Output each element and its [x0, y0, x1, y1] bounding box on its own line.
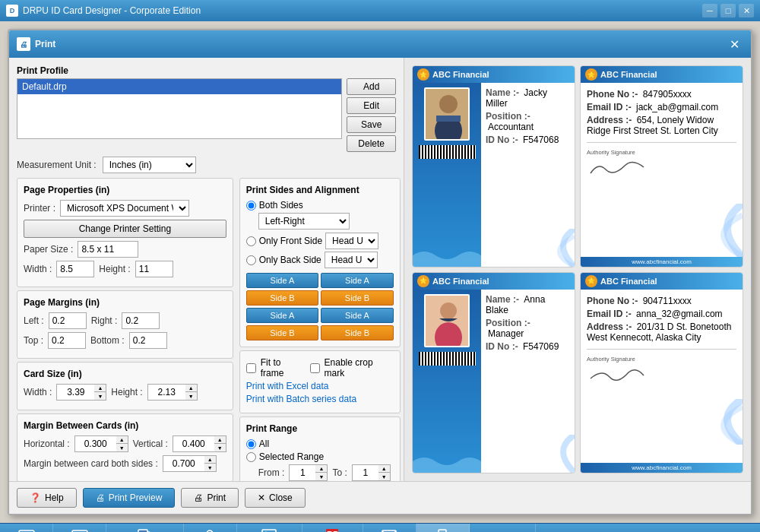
paper-size-input[interactable]: [78, 241, 138, 258]
print-preview-button[interactable]: 🖨 Print Preview: [83, 488, 176, 508]
both-sides-radio[interactable]: [246, 201, 256, 211]
horizontal-margin-input[interactable]: [74, 435, 116, 452]
taskbar-item-export-image[interactable]: Export as Image: [237, 524, 303, 532]
width-input[interactable]: [56, 261, 94, 277]
card2-body: Phone No :- 847905xxxx Email ID :- jack_…: [581, 83, 743, 257]
from-up-button[interactable]: ▲: [315, 464, 328, 473]
printer-select[interactable]: Microsoft XPS Document Wr: [60, 200, 189, 217]
from-input[interactable]: [289, 464, 315, 481]
excel-data-link[interactable]: Print with Excel data: [246, 381, 329, 391]
card1-position-key: Position :-: [486, 111, 530, 122]
front-only-row: Only Front Side Head Up Head Down: [246, 233, 394, 249]
batch-data-row: Print with Batch series data: [246, 394, 394, 404]
right-margin-label: Right :: [91, 315, 118, 326]
selected-range-radio[interactable]: [246, 452, 256, 462]
taskbar-item-card-front[interactable]: Card Front: [0, 524, 53, 532]
side-a-btn-3[interactable]: Side A: [246, 308, 319, 323]
print-button[interactable]: 🖨 Print: [181, 488, 239, 508]
both-sides-down-button[interactable]: ▼: [204, 464, 217, 472]
left-margin-input[interactable]: [49, 312, 87, 329]
edit-profile-button[interactable]: Edit: [347, 97, 396, 114]
vertical-margin-down-button[interactable]: ▼: [214, 444, 226, 452]
save-profile-button[interactable]: Save: [347, 116, 396, 133]
taskbar-item-copy-design[interactable]: Copy current design: [106, 524, 184, 532]
side-a-btn-2[interactable]: Side A: [321, 273, 394, 288]
taskbar-item-export-pdf[interactable]: PDF Export as PDF: [302, 524, 363, 532]
taskbar-item-card-back[interactable]: Card Back: [53, 524, 106, 532]
measurement-select[interactable]: Inches (in) Centimeters (cm) Millimeters…: [103, 157, 196, 173]
back-head-up-select[interactable]: Head Up Head Down: [325, 252, 378, 268]
card-size-title: Card Size (in): [24, 369, 226, 379]
batch-data-link[interactable]: Print with Batch series data: [246, 394, 356, 404]
dialog-title-bar: 🖨 Print ✕: [9, 30, 751, 58]
left-margin-label: Left :: [24, 315, 44, 326]
delete-profile-button[interactable]: Delete: [347, 135, 396, 152]
vertical-margin-spinner[interactable]: ▲ ▼: [173, 435, 226, 452]
horizontal-margin-down-button[interactable]: ▼: [116, 444, 128, 452]
from-down-button[interactable]: ▼: [315, 473, 328, 481]
maximize-button[interactable]: □: [720, 4, 736, 17]
top-margin-input[interactable]: [48, 332, 86, 349]
taskbar-item-card-batch[interactable]: Card Batch Data: [470, 524, 537, 532]
enable-crop-mark-label: Enable crop mark: [325, 357, 394, 378]
to-spinner[interactable]: ▲ ▼: [352, 464, 391, 481]
close-button[interactable]: ✕ Close: [245, 488, 306, 508]
taskbar-item-print-design[interactable]: Print Design: [416, 524, 470, 532]
front-only-radio[interactable]: [246, 236, 256, 246]
taskbar-item-user-profile[interactable]: User Profile: [184, 524, 237, 532]
print-sides-section: Print Sides and Alignment Both Sides Lef…: [239, 178, 401, 347]
card-height-down-button[interactable]: ▼: [185, 392, 198, 401]
both-sides-row: Both Sides: [246, 200, 394, 211]
both-sides-spinner[interactable]: ▲ ▼: [163, 455, 217, 472]
height-input[interactable]: [135, 261, 173, 277]
card-width-down-button[interactable]: ▼: [94, 392, 106, 401]
profile-list[interactable]: Default.drp: [17, 78, 342, 139]
side-b-btn-3[interactable]: Side B: [246, 325, 319, 340]
horizontal-margin-spinner[interactable]: ▲ ▼: [74, 435, 128, 452]
vertical-margin-input[interactable]: [173, 435, 214, 452]
close-button[interactable]: ✕: [739, 4, 754, 17]
svg-point-1: [439, 95, 458, 113]
back-only-radio[interactable]: [246, 255, 256, 265]
to-down-button[interactable]: ▼: [378, 473, 391, 481]
card-height-spinner[interactable]: ▲ ▼: [147, 384, 198, 401]
profile-item-default[interactable]: Default.drp: [17, 79, 341, 94]
horizontal-margin-up-button[interactable]: ▲: [116, 435, 128, 444]
help-button[interactable]: ❓ Help: [17, 488, 77, 508]
minimize-button[interactable]: ─: [702, 4, 717, 17]
right-margin-input[interactable]: [122, 312, 160, 329]
card2-swirl: [689, 204, 743, 257]
side-b-btn-1[interactable]: Side B: [246, 290, 319, 306]
card-width-up-button[interactable]: ▲: [94, 384, 106, 392]
to-input[interactable]: [352, 464, 378, 481]
card-height-input[interactable]: [147, 384, 185, 401]
both-sides-input[interactable]: [163, 455, 204, 472]
side-a-btn-1[interactable]: Side A: [246, 273, 319, 288]
fit-to-frame-checkbox[interactable]: [246, 363, 256, 373]
side-a-btn-4[interactable]: Side A: [321, 308, 394, 323]
card-width-input[interactable]: [56, 384, 94, 401]
both-sides-up-button[interactable]: ▲: [204, 455, 217, 464]
card-height-up-button[interactable]: ▲: [185, 384, 198, 392]
card4-header: ⭐ ABC Financial: [581, 273, 743, 290]
bottom-margin-input[interactable]: [129, 332, 167, 349]
back-only-label: Only Back Side: [259, 255, 321, 265]
to-up-button[interactable]: ▲: [378, 464, 391, 473]
enable-crop-mark-checkbox[interactable]: [310, 363, 320, 373]
close-icon: ✕: [258, 492, 265, 503]
all-range-radio[interactable]: [246, 439, 256, 449]
paper-size-label: Paper Size :: [24, 244, 73, 255]
front-head-up-select[interactable]: Head Up Head Down: [325, 233, 378, 249]
change-printer-button[interactable]: Change Printer Setting: [24, 220, 226, 238]
from-spinner[interactable]: ▲ ▼: [289, 464, 328, 481]
dialog-close-button[interactable]: ✕: [725, 35, 743, 53]
side-b-btn-4[interactable]: Side B: [321, 325, 394, 340]
side-b-btn-2[interactable]: Side B: [321, 290, 394, 306]
taskbar-item-send-mail[interactable]: Send Mail: [363, 524, 416, 532]
card-width-spinner[interactable]: ▲ ▼: [56, 384, 106, 401]
alignment-select[interactable]: Left-Right Top-Bottom: [258, 213, 350, 230]
user-profile-icon: [201, 527, 219, 532]
card1-id-value: F547068: [523, 135, 559, 145]
vertical-margin-up-button[interactable]: ▲: [214, 435, 226, 444]
add-profile-button[interactable]: Add: [347, 78, 396, 95]
